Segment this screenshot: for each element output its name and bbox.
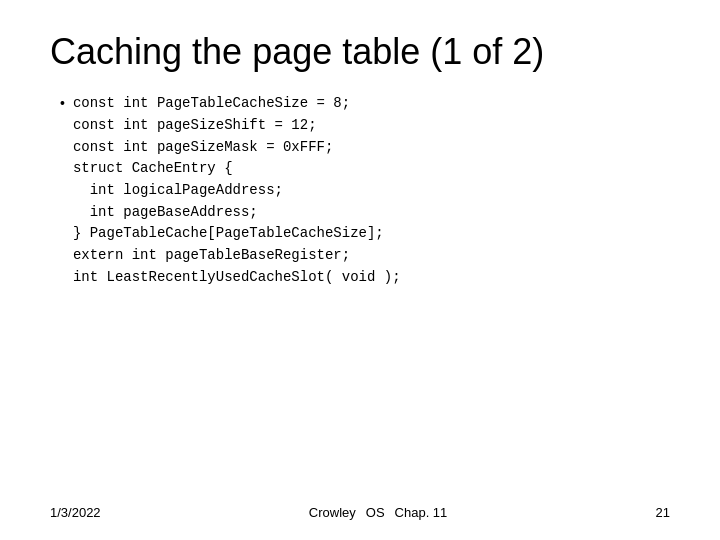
footer-course: OS <box>366 505 385 520</box>
footer-date: 1/3/2022 <box>50 505 101 520</box>
slide-footer: 1/3/2022 Crowley OS Chap. 11 21 <box>0 505 720 520</box>
bullet-item: • const int PageTableCacheSize = 8; cons… <box>60 93 670 288</box>
footer-center: Crowley OS Chap. 11 <box>309 505 448 520</box>
slide-content: • const int PageTableCacheSize = 8; cons… <box>60 93 670 288</box>
code-block: const int PageTableCacheSize = 8; const … <box>73 93 401 288</box>
footer-author: Crowley <box>309 505 356 520</box>
footer-chapter: Chap. 11 <box>395 505 448 520</box>
slide-title: Caching the page table (1 of 2) <box>50 30 670 73</box>
bullet-marker: • <box>60 95 65 111</box>
slide: Caching the page table (1 of 2) • const … <box>0 0 720 540</box>
footer-page: 21 <box>656 505 670 520</box>
